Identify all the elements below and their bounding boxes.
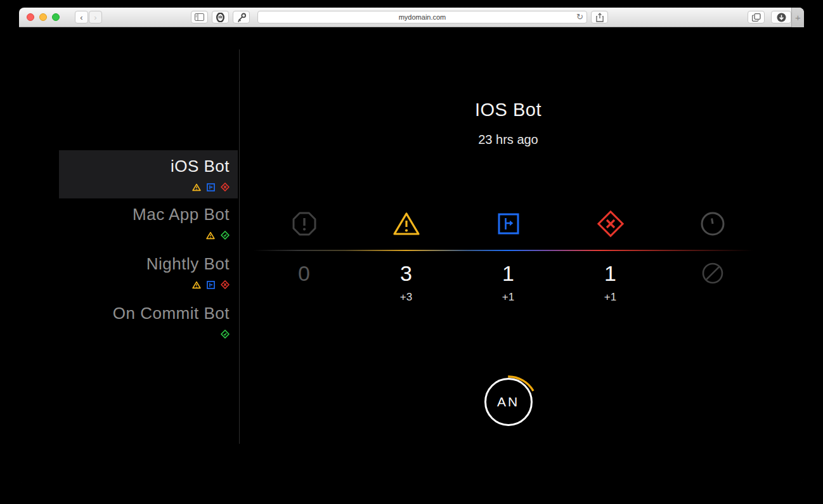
address-bar[interactable]: mydomain.com ↻ [257,11,587,23]
toolbar-right-cluster [748,11,791,23]
hand-extension-icon [216,13,224,22]
analysis-flag-icon [207,281,215,289]
error-diamond-icon [597,210,625,238]
minimize-window-button[interactable] [39,13,47,21]
traffic-lights [27,13,60,21]
sidebar-toggle-button[interactable] [191,11,208,23]
close-window-button[interactable] [27,13,34,21]
download-icon [777,13,786,22]
share-button[interactable] [591,11,608,23]
bot-status-icons [59,326,230,342]
failed-test-delta: +1 [604,291,616,304]
new-tab-button[interactable]: + [791,8,804,27]
integrator-initials: AN [497,394,519,410]
bot-name: Nightly Bot [59,250,230,277]
bot-detail-panel: IOS Bot 23 hrs ago 0 [239,27,804,485]
reload-button[interactable]: ↻ [576,12,583,22]
sidebar-icon [195,13,204,21]
sidebar-item-ios-bot[interactable]: iOS Bot [59,150,238,198]
sidebar-item-nightly-bot[interactable]: Nightly Bot [59,248,238,297]
analysis-flag-icon [207,183,215,191]
success-diamond-icon [221,330,230,339]
last-integration-time: 23 hrs ago [253,132,763,147]
status-spectrum-line [253,250,763,251]
back-button[interactable]: ‹ [75,11,88,23]
warning-delta: +3 [400,291,412,304]
browser-window: ‹ › mydomain [19,8,804,485]
bot-status-icons [59,179,230,195]
analysis-count: 1 [502,261,514,286]
url-text: mydomain.com [399,13,446,21]
extension-key-button[interactable] [233,11,250,23]
bots-page: iOS Bot [19,27,804,485]
bot-name: On Commit Bot [59,300,230,326]
clock-icon [700,211,725,236]
key-icon [237,13,247,22]
warning-count: 3 [400,261,412,286]
bot-name: iOS Bot [59,153,230,179]
bot-list-sidebar: iOS Bot [19,27,239,485]
stat-errors: 0 [253,209,355,304]
tab-overview-icon [752,13,761,22]
bot-name: Mac App Bot [59,201,230,228]
bot-status-icons [59,277,230,292]
failed-test-count: 1 [604,261,616,286]
downloads-button[interactable] [771,11,791,23]
sidebar-item-mac-app-bot[interactable]: Mac App Bot [59,198,238,248]
analysis-flag-icon [498,213,519,235]
warning-triangle-icon [392,211,420,236]
stat-warnings: 3 +3 [355,209,457,304]
warning-triangle-icon [192,183,201,191]
prohibited-icon [701,262,724,285]
warning-triangle-icon [192,281,201,289]
forward-button[interactable]: › [89,11,102,23]
browser-toolbar: ‹ › mydomain [19,8,804,27]
integrator-avatar[interactable]: AN [484,378,533,426]
share-icon [596,13,604,22]
nav-buttons: ‹ › [75,11,102,23]
stat-analysis-issues: 1 +1 [457,209,559,304]
error-diamond-icon [221,280,230,289]
extension-hand-button[interactable] [212,11,229,23]
page-title: IOS Bot [253,100,763,120]
stat-failed-tests: 1 +1 [559,209,661,304]
integration-stats-row: 0 3 +3 [253,209,763,304]
warning-triangle-icon [206,231,215,240]
zoom-window-button[interactable] [52,13,60,21]
duration-none [701,261,724,286]
bot-status-icons [59,228,230,243]
stat-duration [661,209,763,304]
success-diamond-icon [221,231,230,240]
sidebar-item-on-commit-bot[interactable]: On Commit Bot [59,297,238,347]
tab-overview-button[interactable] [748,11,765,23]
error-count: 0 [298,261,310,286]
error-diamond-icon [221,183,230,191]
analysis-delta: +1 [502,291,514,304]
error-octagon-icon [291,210,318,237]
integrator-area: AN [253,351,763,452]
